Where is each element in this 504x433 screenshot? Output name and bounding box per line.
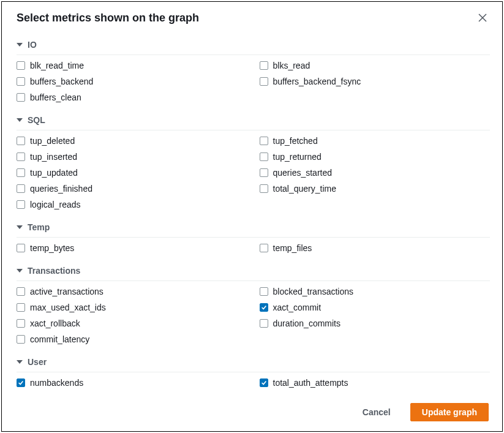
- modal-body-wrap: IOblk_read_timeblks_readbuffers_backendb…: [2, 31, 502, 394]
- metric-label: buffers_backend: [30, 77, 93, 86]
- checkbox[interactable]: [260, 244, 268, 252]
- section-title: Transactions: [28, 266, 80, 276]
- checkbox[interactable]: [17, 378, 25, 387]
- metric-item[interactable]: numbackends: [17, 376, 247, 390]
- modal-title: Select metrics shown on the graph: [17, 12, 199, 24]
- metric-grid: blk_read_timeblks_readbuffers_backendbuf…: [17, 59, 490, 109]
- checkbox[interactable]: [17, 184, 25, 193]
- checkbox[interactable]: [260, 303, 268, 312]
- section-divider: [17, 237, 490, 238]
- metric-label: blk_read_time: [30, 61, 84, 70]
- close-icon: [478, 13, 487, 22]
- checkbox[interactable]: [260, 378, 268, 387]
- modal-footer: Cancel Update graph: [2, 394, 502, 431]
- caret-down-icon: [17, 360, 23, 364]
- section-title: IO: [28, 40, 37, 50]
- section-divider: [17, 281, 490, 281]
- metric-label: tup_inserted: [30, 152, 77, 162]
- metric-label: queries_finished: [30, 184, 92, 194]
- checkbox[interactable]: [17, 303, 25, 312]
- section-header[interactable]: Transactions: [17, 260, 490, 279]
- close-button[interactable]: [475, 10, 490, 25]
- checkbox[interactable]: [17, 61, 25, 70]
- modal-body[interactable]: IOblk_read_timeblks_readbuffers_backendb…: [2, 31, 502, 394]
- checkbox[interactable]: [260, 137, 268, 145]
- metric-grid: tup_deletedtup_fetchedtup_insertedtup_re…: [17, 134, 490, 216]
- metric-item[interactable]: active_transactions: [17, 285, 247, 298]
- metrics-modal: Select metrics shown on the graph IOblk_…: [1, 1, 503, 432]
- metric-item[interactable]: logical_reads: [17, 198, 247, 211]
- metric-label: tup_updated: [30, 168, 78, 178]
- checkbox[interactable]: [260, 61, 268, 70]
- metric-label: xact_commit: [273, 303, 322, 312]
- metric-item[interactable]: tup_updated: [17, 166, 247, 179]
- checkbox[interactable]: [260, 152, 268, 161]
- metric-item[interactable]: tup_deleted: [17, 134, 247, 148]
- section-divider: [17, 130, 490, 130]
- checkbox[interactable]: [17, 168, 25, 177]
- checkbox[interactable]: [17, 319, 25, 328]
- modal-header: Select metrics shown on the graph: [2, 2, 502, 31]
- metric-item[interactable]: buffers_clean: [17, 91, 247, 104]
- checkbox[interactable]: [17, 93, 25, 102]
- checkbox[interactable]: [260, 184, 268, 193]
- checkbox[interactable]: [17, 152, 25, 161]
- metric-label: queries_started: [273, 168, 333, 178]
- section-header[interactable]: Temp: [17, 216, 490, 236]
- metric-label: xact_rollback: [30, 318, 80, 328]
- cancel-button[interactable]: Cancel: [352, 404, 402, 421]
- section-title: SQL: [28, 115, 45, 125]
- metric-item[interactable]: buffers_backend_fsync: [260, 75, 491, 88]
- metric-label: temp_bytes: [30, 243, 74, 253]
- caret-down-icon: [17, 43, 23, 47]
- metric-item[interactable]: commit_latency: [17, 333, 247, 346]
- metric-item[interactable]: xact_commit: [260, 301, 491, 314]
- metric-label: total_auth_attempts: [273, 378, 348, 388]
- checkbox[interactable]: [260, 287, 268, 296]
- metric-item[interactable]: blk_read_time: [17, 59, 247, 72]
- metric-item[interactable]: temp_files: [260, 241, 491, 255]
- metric-label: blks_read: [273, 61, 310, 70]
- metric-item[interactable]: blocked_transactions: [260, 285, 491, 298]
- caret-down-icon: [17, 225, 23, 229]
- section-header[interactable]: User: [17, 351, 490, 371]
- caret-down-icon: [17, 269, 23, 273]
- metric-item[interactable]: temp_bytes: [17, 241, 247, 255]
- metric-label: max_used_xact_ids: [30, 303, 106, 312]
- checkbox[interactable]: [17, 77, 25, 86]
- metric-label: total_query_time: [273, 184, 337, 194]
- metric-label: active_transactions: [30, 287, 103, 296]
- section-title: User: [28, 357, 47, 367]
- metric-item[interactable]: queries_started: [260, 166, 491, 179]
- metric-item[interactable]: max_used_xact_ids: [17, 301, 247, 314]
- metric-item[interactable]: duration_commits: [260, 317, 491, 330]
- checkbox[interactable]: [260, 77, 268, 86]
- checkbox[interactable]: [260, 319, 268, 328]
- checkbox[interactable]: [17, 200, 25, 209]
- metric-item[interactable]: queries_finished: [17, 182, 247, 195]
- metric-label: buffers_backend_fsync: [273, 77, 361, 86]
- section-header[interactable]: IO: [17, 34, 490, 53]
- metric-item[interactable]: buffers_backend: [17, 75, 247, 88]
- checkbox[interactable]: [260, 168, 268, 177]
- section-header[interactable]: SQL: [17, 109, 490, 129]
- metric-item[interactable]: total_query_time: [260, 182, 491, 195]
- metric-label: logical_reads: [30, 200, 81, 209]
- metric-item[interactable]: tup_inserted: [17, 150, 247, 164]
- metric-label: tup_fetched: [273, 136, 318, 146]
- metric-item[interactable]: total_auth_attempts: [260, 376, 491, 390]
- checkbox[interactable]: [17, 244, 25, 252]
- metric-grid: numbackendstotal_auth_attempts: [17, 376, 490, 394]
- caret-down-icon: [17, 118, 23, 122]
- update-graph-button[interactable]: Update graph: [410, 403, 489, 421]
- checkbox[interactable]: [17, 335, 25, 344]
- metric-item[interactable]: blks_read: [260, 59, 491, 72]
- metric-item[interactable]: xact_rollback: [17, 317, 247, 330]
- section-title: Temp: [28, 222, 50, 232]
- metric-item[interactable]: tup_returned: [260, 150, 491, 164]
- metric-item[interactable]: tup_fetched: [260, 134, 491, 148]
- metric-grid: active_transactionsblocked_transactionsm…: [17, 285, 490, 351]
- metric-label: tup_deleted: [30, 136, 75, 146]
- checkbox[interactable]: [17, 137, 25, 145]
- checkbox[interactable]: [17, 287, 25, 296]
